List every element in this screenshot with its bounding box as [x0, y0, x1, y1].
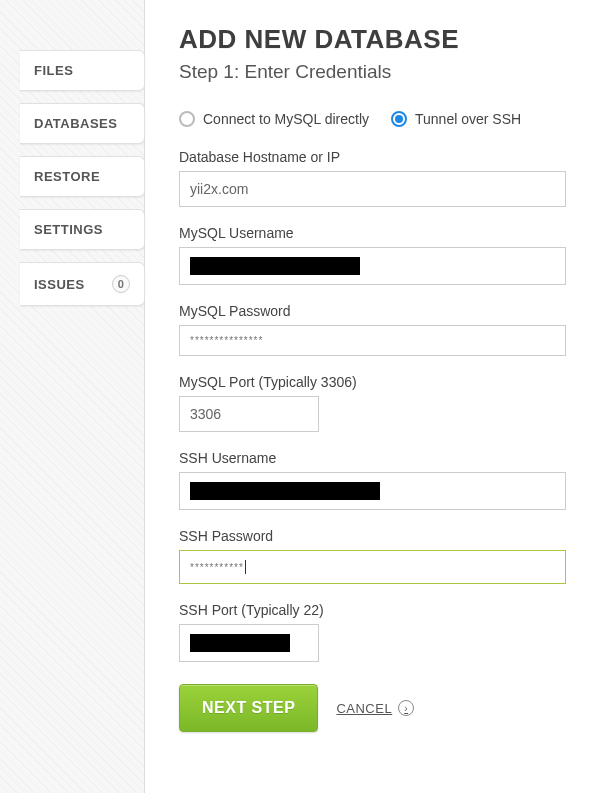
field-label: MySQL Port (Typically 3306) [179, 374, 566, 390]
radio-tunnel-ssh[interactable]: Tunnel over SSH [391, 111, 521, 127]
mysql-port-input[interactable] [179, 396, 319, 432]
cancel-label: CANCEL [336, 701, 392, 716]
redacted-value [190, 482, 380, 500]
field-mysql-port: MySQL Port (Typically 3306) [179, 374, 566, 432]
field-mysql-username: MySQL Username [179, 225, 566, 285]
form-actions: NEXT STEP CANCEL › [179, 684, 566, 732]
field-label: MySQL Username [179, 225, 566, 241]
mysql-username-input[interactable] [179, 247, 566, 285]
sidebar-item-label: SETTINGS [34, 222, 103, 237]
page-subtitle: Step 1: Enter Credentials [179, 61, 566, 83]
sidebar-item-label: ISSUES [34, 277, 85, 292]
sidebar: FILES DATABASES RESTORE SETTINGS ISSUES … [0, 0, 145, 793]
cancel-link[interactable]: CANCEL › [336, 700, 414, 716]
field-ssh-username: SSH Username [179, 450, 566, 510]
field-label: SSH Username [179, 450, 566, 466]
field-label: SSH Password [179, 528, 566, 544]
field-mysql-password: MySQL Password *************** [179, 303, 566, 356]
connection-type-radios: Connect to MySQL directly Tunnel over SS… [179, 111, 566, 127]
field-label: Database Hostname or IP [179, 149, 566, 165]
field-label: MySQL Password [179, 303, 566, 319]
sidebar-item-issues[interactable]: ISSUES 0 [20, 262, 145, 306]
sidebar-item-label: DATABASES [34, 116, 117, 131]
redacted-value [190, 257, 360, 275]
sidebar-item-restore[interactable]: RESTORE [20, 156, 145, 197]
field-ssh-port: SSH Port (Typically 22) [179, 602, 566, 662]
masked-value: *********** [190, 562, 244, 573]
page-title: ADD NEW DATABASE [179, 24, 566, 55]
radio-label: Tunnel over SSH [415, 111, 521, 127]
sidebar-item-files[interactable]: FILES [20, 50, 145, 91]
field-ssh-password: SSH Password *********** [179, 528, 566, 584]
sidebar-item-settings[interactable]: SETTINGS [20, 209, 145, 250]
text-caret [245, 560, 246, 574]
main-content: ADD NEW DATABASE Step 1: Enter Credentia… [145, 0, 600, 793]
radio-icon [179, 111, 195, 127]
next-step-button[interactable]: NEXT STEP [179, 684, 318, 732]
masked-value: *************** [190, 335, 263, 346]
radio-label: Connect to MySQL directly [203, 111, 369, 127]
radio-icon [391, 111, 407, 127]
ssh-port-input[interactable] [179, 624, 319, 662]
field-db-host: Database Hostname or IP [179, 149, 566, 207]
issues-count-badge: 0 [112, 275, 130, 293]
sidebar-item-label: RESTORE [34, 169, 100, 184]
sidebar-item-databases[interactable]: DATABASES [20, 103, 145, 144]
ssh-password-input[interactable]: *********** [179, 550, 566, 584]
field-label: SSH Port (Typically 22) [179, 602, 566, 618]
mysql-password-input[interactable]: *************** [179, 325, 566, 356]
db-host-input[interactable] [179, 171, 566, 207]
chevron-right-icon: › [398, 700, 414, 716]
redacted-value [190, 634, 290, 652]
radio-connect-direct[interactable]: Connect to MySQL directly [179, 111, 369, 127]
ssh-username-input[interactable] [179, 472, 566, 510]
sidebar-item-label: FILES [34, 63, 73, 78]
